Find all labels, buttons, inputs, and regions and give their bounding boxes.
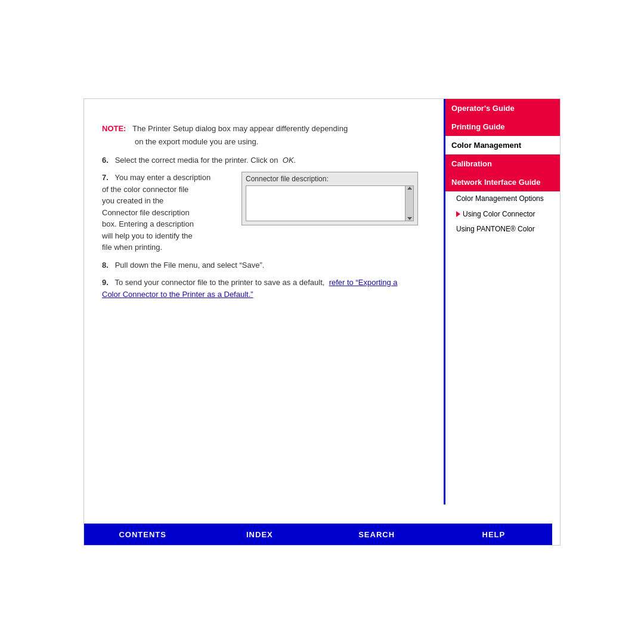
step7-line7: file when printing. [102, 243, 162, 252]
step7-line6: will help you to identify the [102, 231, 193, 240]
nav-contents[interactable]: CONTENTS [84, 524, 201, 545]
bottom-nav: CONTENTS INDEX SEARCH HELP [84, 524, 552, 545]
sidebar-item-operators-guide[interactable]: Operator's Guide [445, 99, 560, 117]
note-label: NOTE: [102, 124, 126, 133]
box-inner [246, 185, 414, 221]
sidebar-item-calibration[interactable]: Calibration [445, 154, 560, 173]
note-line: NOTE: The Printer Setup dialog box may a… [102, 123, 418, 135]
scrollbar-vertical[interactable] [405, 186, 413, 221]
sidebar-item-network-interface[interactable]: Network Interface Guide [445, 173, 560, 191]
sidebar-item-printing-guide[interactable]: Printing Guide [445, 117, 560, 136]
nav-search[interactable]: SEARCH [318, 524, 435, 545]
sidebar-subitem-color-management-options[interactable]: Color Management Options [445, 191, 560, 207]
step8-num: 8. [102, 261, 109, 270]
step9-text: To send your connector file to the print… [114, 278, 324, 287]
step7-num: 7. [102, 173, 109, 182]
step7-line1: You may enter a description [114, 173, 210, 182]
scroll-up-arrow[interactable] [407, 187, 412, 190]
note-text: The Printer Setup dialog box may appear … [132, 124, 348, 133]
note-indent: on the export module you are using. [135, 137, 418, 146]
step7-line5: box. Entering a description [102, 219, 194, 228]
step7-line2: of the color connector file [102, 185, 188, 194]
step8-text: Pull down the File menu, and select “Sav… [115, 261, 265, 270]
main-content: NOTE: The Printer Setup dialog box may a… [84, 99, 436, 504]
connector-file-box: Connector file description: [242, 172, 418, 225]
step-7-container: 7. You may enter a description of the co… [102, 172, 418, 253]
page-wrapper: NOTE: The Printer Setup dialog box may a… [83, 98, 561, 546]
sidebar: Operator's Guide Printing Guide Color Ma… [444, 99, 560, 504]
scroll-down-arrow[interactable] [407, 217, 412, 220]
step6-num: 6. [102, 156, 109, 165]
nav-help[interactable]: HELP [435, 524, 552, 545]
box-label: Connector file description: [246, 175, 414, 183]
sidebar-subitem-using-pantone-color[interactable]: Using PANTONE® Color [445, 222, 560, 237]
sidebar-item-color-management[interactable]: Color Management [445, 136, 560, 154]
step6-italic: OK [283, 156, 294, 165]
step-9: 9. To send your connector file to the pr… [102, 277, 418, 300]
step9-num: 9. [102, 278, 109, 287]
step7-line3: you created in the [102, 196, 163, 205]
step-8: 8. Pull down the File menu, and select “… [102, 259, 418, 271]
step-7-text: 7. You may enter a description of the co… [102, 172, 233, 253]
step7-line4: Connector file description [102, 208, 190, 217]
step-6: 6. Select the correct media for the prin… [102, 154, 418, 166]
active-arrow-icon [456, 211, 460, 217]
sidebar-subitem-using-color-connector[interactable]: Using Color Connector [445, 207, 560, 222]
step6-text: Select the correct media for the printer… [115, 156, 278, 165]
nav-index[interactable]: INDEX [201, 524, 318, 545]
